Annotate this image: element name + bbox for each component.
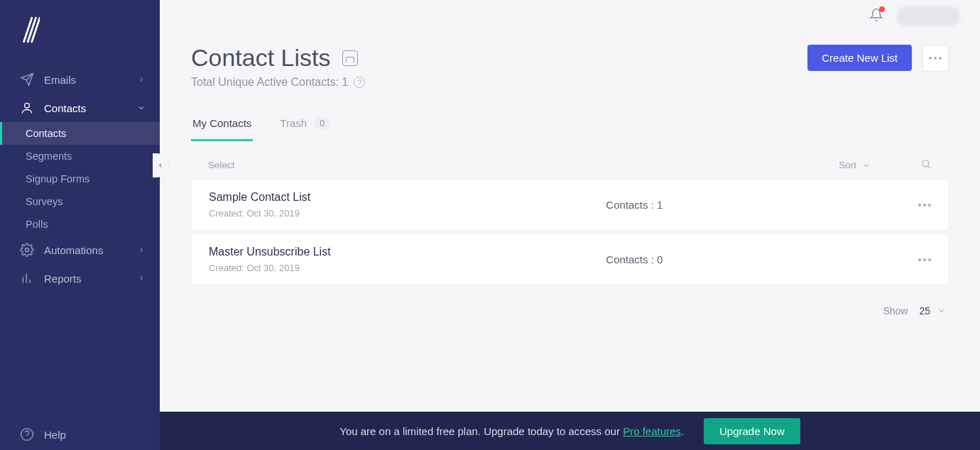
- subnav-item-surveys[interactable]: Surveys: [0, 190, 160, 213]
- list-row[interactable]: Sample Contact List Created: Oct 30, 201…: [191, 179, 949, 231]
- sidebar-label-contacts: Contacts: [44, 102, 86, 114]
- chevron-right-icon: [137, 274, 146, 282]
- logo-mark-icon: [20, 16, 40, 44]
- subnav-item-contacts[interactable]: Contacts: [0, 122, 160, 145]
- subnav-item-segments[interactable]: Segments: [0, 145, 160, 168]
- svg-line-11: [928, 166, 930, 168]
- more-icon: [929, 57, 942, 60]
- chevron-down-icon: [937, 307, 946, 315]
- create-new-list-button[interactable]: Create New List: [807, 45, 912, 71]
- pagination: Show 25: [191, 288, 949, 317]
- topbar: [160, 0, 980, 33]
- notification-dot: [879, 6, 885, 12]
- paper-plane-icon: [20, 72, 34, 87]
- help-tooltip-icon[interactable]: ?: [354, 77, 365, 88]
- sidebar-item-contacts[interactable]: Contacts: [0, 94, 160, 122]
- list-controls: Select Sort: [191, 147, 949, 179]
- sidebar-label-reports: Reports: [44, 273, 82, 285]
- svg-point-3: [25, 103, 30, 108]
- svg-point-10: [922, 160, 929, 167]
- list-row-created: Created: Oct 30, 2019: [209, 208, 606, 219]
- more-icon: [918, 204, 931, 207]
- list-row-contacts: Contacts : 0: [606, 253, 918, 265]
- select-all-link[interactable]: Select: [208, 160, 235, 170]
- page-title: Contact Lists: [191, 44, 331, 72]
- gear-icon: [20, 243, 34, 257]
- sidebar-item-emails[interactable]: Emails: [0, 65, 160, 94]
- trash-count-badge: 0: [314, 118, 330, 129]
- bar-chart-icon: [20, 271, 34, 285]
- svg-point-4: [26, 248, 29, 252]
- subtitle-text: Total Unique Active Contacts: 1: [191, 76, 348, 89]
- svg-line-1: [28, 18, 36, 42]
- subnav-item-signup-forms[interactable]: Signup Forms: [0, 168, 160, 190]
- list-row[interactable]: Master Unsubscribe List Created: Oct 30,…: [191, 234, 949, 285]
- page-subtitle: Total Unique Active Contacts: 1 ?: [191, 76, 949, 89]
- svg-line-0: [24, 18, 32, 42]
- list-row-title: Sample Contact List: [209, 191, 606, 204]
- notifications-button[interactable]: [869, 8, 883, 25]
- list-row-more-button[interactable]: [918, 258, 931, 261]
- page-more-button[interactable]: [922, 45, 949, 72]
- more-icon: [918, 258, 931, 261]
- chevron-right-icon: [137, 246, 146, 254]
- list-row-title: Master Unsubscribe List: [209, 246, 606, 258]
- sidebar-item-reports[interactable]: Reports: [0, 264, 160, 292]
- app-logo: [0, 0, 160, 65]
- svg-line-2: [32, 18, 40, 42]
- chevron-down-icon: [137, 104, 146, 112]
- main-content: Contact Lists Create New List Total Uniq…: [160, 0, 980, 450]
- list-row-contacts: Contacts : 1: [606, 199, 918, 211]
- user-menu[interactable]: [896, 7, 960, 26]
- svg-point-8: [21, 429, 33, 441]
- pro-features-link[interactable]: Pro features: [623, 425, 681, 437]
- person-icon: [20, 101, 34, 115]
- upgrade-banner: You are on a limited free plan. Upgrade …: [160, 412, 980, 450]
- upgrade-banner-text: You are on a limited free plan. Upgrade …: [339, 425, 684, 437]
- sidebar-label-emails: Emails: [44, 74, 76, 86]
- list-tabs: My Contacts Trash 0: [191, 117, 949, 141]
- page-size-select[interactable]: 25: [919, 305, 946, 317]
- sidebar: Emails Contacts Contacts Segments Signup…: [0, 0, 160, 450]
- sidebar-contacts-subnav: Contacts Segments Signup Forms Surveys P…: [0, 122, 160, 236]
- search-button[interactable]: [920, 158, 932, 172]
- chevron-right-icon: [137, 75, 146, 84]
- list-row-created: Created: Oct 30, 2019: [209, 263, 606, 273]
- sidebar-item-automations[interactable]: Automations: [0, 236, 160, 264]
- sidebar-label-automations: Automations: [44, 244, 103, 256]
- subnav-item-polls[interactable]: Polls: [0, 213, 160, 236]
- sidebar-item-help[interactable]: Help: [0, 419, 160, 450]
- archive-icon[interactable]: [342, 50, 358, 66]
- sidebar-label-help: Help: [44, 429, 66, 441]
- upgrade-now-button[interactable]: Upgrade Now: [704, 418, 800, 444]
- tab-my-contacts[interactable]: My Contacts: [191, 117, 253, 141]
- sort-button[interactable]: Sort: [839, 160, 871, 170]
- page-header: Contact Lists Create New List: [191, 44, 949, 72]
- contact-list: Sample Contact List Created: Oct 30, 201…: [191, 179, 949, 288]
- help-circle-icon: [20, 427, 34, 441]
- show-label: Show: [883, 305, 908, 317]
- list-row-more-button[interactable]: [918, 204, 931, 207]
- tab-trash[interactable]: Trash 0: [278, 117, 331, 141]
- search-icon: [920, 158, 932, 170]
- chevron-down-icon: [862, 161, 871, 170]
